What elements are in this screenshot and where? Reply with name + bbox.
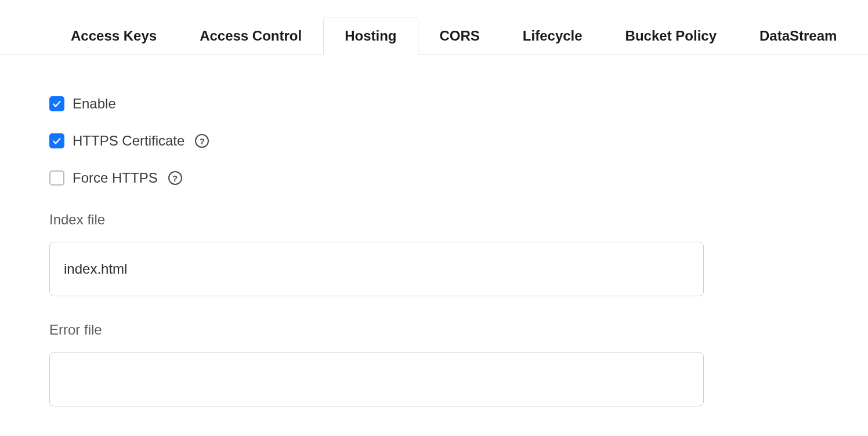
force-https-checkbox[interactable] (49, 170, 64, 186)
help-icon[interactable]: ? (168, 171, 182, 185)
help-icon[interactable]: ? (195, 134, 209, 148)
check-icon (52, 136, 62, 146)
enable-row: Enable (49, 96, 819, 112)
tab-access-control[interactable]: Access Control (178, 17, 323, 55)
tab-hosting[interactable]: Hosting (323, 17, 418, 55)
force-https-row: Force HTTPS ? (49, 170, 819, 186)
https-certificate-label: HTTPS Certificate (73, 133, 185, 149)
tab-access-keys[interactable]: Access Keys (49, 17, 178, 55)
error-file-input[interactable] (49, 352, 704, 406)
tab-datastream[interactable]: DataStream (738, 17, 858, 55)
https-certificate-checkbox[interactable] (49, 133, 64, 148)
tab-lifecycle[interactable]: Lifecycle (501, 17, 604, 55)
enable-checkbox[interactable] (49, 96, 64, 111)
check-icon (52, 99, 62, 109)
tab-bucket-policy[interactable]: Bucket Policy (604, 17, 738, 55)
hosting-panel: Enable HTTPS Certificate ? Force HTTPS ?… (0, 55, 868, 430)
tab-cors[interactable]: CORS (418, 17, 501, 55)
error-file-group: Error file (49, 322, 819, 406)
force-https-label: Force HTTPS (73, 170, 158, 186)
error-file-label: Error file (49, 322, 819, 338)
https-certificate-row: HTTPS Certificate ? (49, 133, 819, 149)
tabs-bar: Access Keys Access Control Hosting CORS … (0, 0, 868, 55)
index-file-group: Index file (49, 212, 819, 296)
index-file-label: Index file (49, 212, 819, 228)
index-file-input[interactable] (49, 242, 704, 296)
enable-label: Enable (73, 96, 116, 112)
